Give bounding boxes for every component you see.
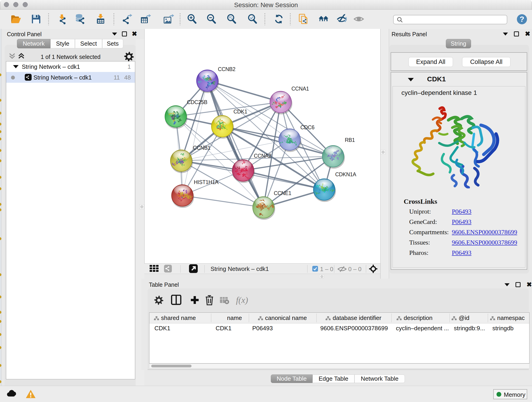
svg-text:CDC25B: CDC25B xyxy=(187,99,207,105)
svg-text:CCNA2: CCNA2 xyxy=(254,153,271,159)
svg-text:CCNA1: CCNA1 xyxy=(291,86,309,92)
svg-text:CDKN1A: CDKN1A xyxy=(335,172,356,177)
svg-text:RB1: RB1 xyxy=(345,137,355,143)
svg-text:CDC6: CDC6 xyxy=(300,124,314,130)
svg-text:f(x): f(x) xyxy=(236,295,248,305)
svg-text:HIST1H1A: HIST1H1A xyxy=(194,179,219,185)
svg-text:CCNB2: CCNB2 xyxy=(218,66,235,72)
svg-text:CCNB1: CCNB1 xyxy=(193,145,210,151)
svg-text:CDK1: CDK1 xyxy=(234,109,247,115)
svg-text:CCNE1: CCNE1 xyxy=(274,190,291,196)
